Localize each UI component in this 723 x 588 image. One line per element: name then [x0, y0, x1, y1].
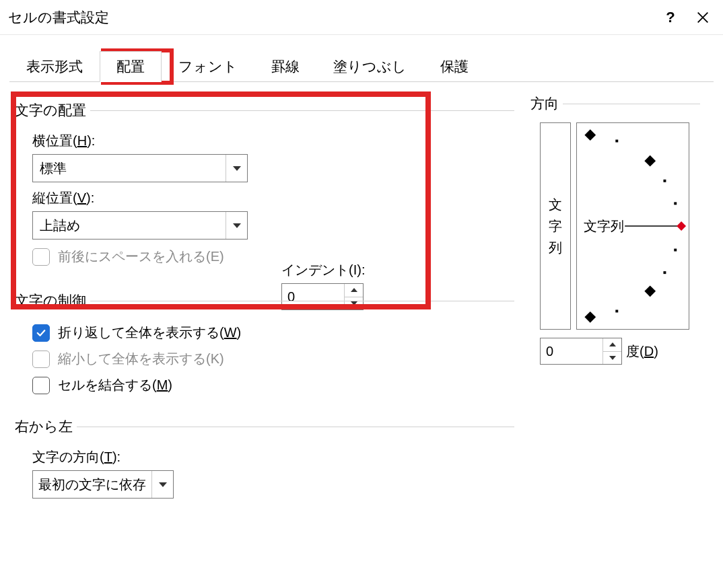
tab-alignment[interactable]: 配置	[100, 51, 162, 82]
titlebar: セルの書式設定 ?	[0, 0, 723, 35]
degree-label: 度(D)	[626, 342, 658, 361]
svg-rect-7	[663, 180, 666, 182]
tab-display-format[interactable]: 表示形式	[9, 51, 100, 82]
group-orientation-legend: 方向	[530, 94, 563, 113]
svg-rect-4	[644, 285, 656, 297]
orientation-vertical-text-button[interactable]: 文 字 列	[540, 122, 571, 330]
svg-rect-10	[663, 271, 666, 274]
horizontal-combo[interactable]: 標準	[32, 154, 248, 182]
close-icon	[695, 10, 710, 25]
checkbox-box	[32, 377, 50, 394]
group-text-control-legend: 文字の制御	[15, 291, 90, 310]
horizontal-label: 横位置(H):	[32, 132, 514, 150]
tab-fill[interactable]: 塗りつぶし	[316, 51, 423, 82]
help-button[interactable]: ?	[654, 1, 687, 34]
justify-distributed-checkbox: 前後にスペースを入れる(E)	[32, 248, 514, 266]
shrink-to-fit-checkbox: 縮小して全体を表示する(K)	[32, 350, 514, 368]
shrink-label: 縮小して全体を表示する(K)	[58, 350, 224, 368]
group-text-alignment-legend: 文字の配置	[15, 101, 90, 120]
merge-cells-checkbox[interactable]: セルを結合する(M)	[32, 376, 514, 394]
svg-rect-11	[615, 310, 618, 313]
svg-rect-2	[584, 129, 596, 141]
svg-rect-9	[674, 249, 677, 252]
orientation-degree-spinner[interactable]: 0	[540, 338, 622, 365]
degree-spin-down[interactable]	[603, 352, 621, 365]
close-button[interactable]	[687, 1, 719, 34]
horizontal-combo-button[interactable]	[226, 155, 247, 182]
check-icon	[35, 327, 47, 339]
text-direction-value: 最初の文字に依存	[33, 476, 151, 494]
svg-rect-3	[644, 155, 656, 167]
svg-rect-5	[584, 311, 596, 323]
tab-protection[interactable]: 保護	[423, 51, 485, 82]
checkbox-box	[32, 324, 50, 342]
orientation-degree-value[interactable]: 0	[541, 338, 602, 364]
text-direction-combo[interactable]: 最初の文字に依存	[32, 470, 174, 499]
window-title: セルの書式設定	[8, 8, 654, 27]
chevron-down-icon	[233, 166, 241, 171]
merge-label: セルを結合する(M)	[58, 376, 172, 394]
wrap-text-checkbox[interactable]: 折り返して全体を表示する(W)	[32, 324, 514, 342]
checkbox-box	[32, 351, 50, 368]
wrap-text-label: 折り返して全体を表示する(W)	[58, 324, 241, 342]
degree-spin-up[interactable]	[603, 338, 621, 352]
group-text-alignment: 文字の配置 横位置(H): 標準 縦位置(V): 上詰め	[16, 101, 514, 274]
justify-distributed-label: 前後にスペースを入れる(E)	[58, 248, 224, 266]
orientation-dial-graphic	[577, 123, 689, 329]
text-direction-label: 文字の方向(T):	[32, 448, 514, 466]
svg-rect-8	[674, 202, 677, 205]
horizontal-combo-value: 標準	[33, 159, 226, 178]
indent-label: インデント(I):	[281, 261, 365, 279]
text-direction-combo-button[interactable]	[151, 471, 173, 498]
group-orientation-wrapper: 方向 文 字 列 文字列	[532, 94, 700, 365]
vertical-label: 縦位置(V):	[32, 189, 514, 207]
group-orientation: 方向 文 字 列 文字列	[532, 94, 700, 365]
vertical-combo-button[interactable]	[226, 212, 247, 239]
group-right-to-left-legend: 右から左	[15, 417, 77, 436]
triangle-up-icon	[609, 342, 616, 346]
orientation-dial[interactable]: 文字列	[576, 122, 689, 330]
triangle-down-icon	[609, 356, 616, 360]
group-text-control: 文字の制御 折り返して全体を表示する(W) 縮小して全体を表示する(K) セルを…	[16, 291, 514, 402]
tab-bar: 表示形式 配置 フォント 罫線 塗りつぶし 保護	[9, 51, 723, 82]
chevron-down-icon	[159, 482, 167, 487]
tab-font[interactable]: フォント	[162, 51, 254, 82]
vertical-combo[interactable]: 上詰め	[32, 211, 248, 240]
svg-rect-6	[615, 140, 618, 143]
chevron-down-icon	[233, 223, 241, 228]
vertical-combo-value: 上詰め	[33, 217, 226, 235]
group-right-to-left: 右から左 文字の方向(T): 最初の文字に依存	[16, 417, 514, 503]
checkbox-box	[32, 248, 50, 266]
tab-border[interactable]: 罫線	[254, 51, 316, 82]
svg-rect-1	[677, 221, 686, 231]
